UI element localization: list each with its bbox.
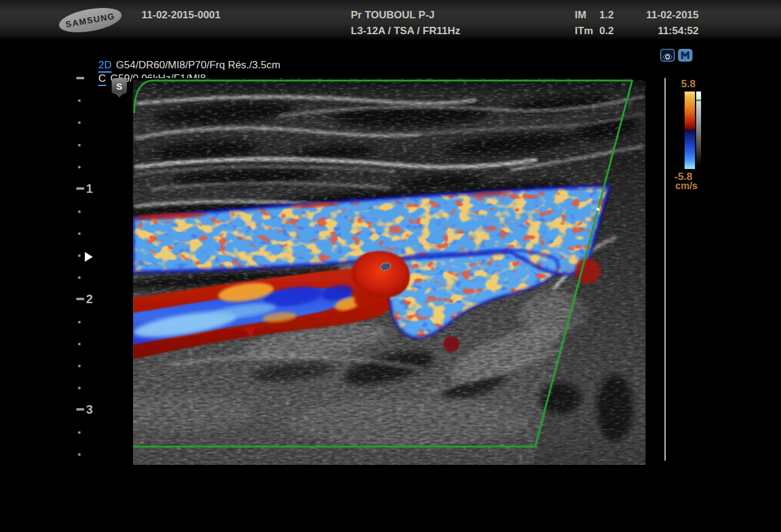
tim-value: 0.2 — [599, 25, 614, 37]
focus-indicator — [85, 252, 93, 262]
ruler-dot — [78, 166, 81, 168]
probe-icon[interactable] — [660, 49, 675, 62]
ruler-dot — [78, 276, 81, 279]
topbar: SAMSUNG 11-02-2015-0001 Pr TOUBOUL P-J L… — [0, 0, 781, 40]
gain-marker — [696, 99, 701, 101]
exam-time: 11:54:52 — [633, 25, 699, 37]
gray-gradient-bar — [696, 92, 701, 166]
quick-icons — [660, 49, 693, 62]
mode-color-label: C — [98, 73, 106, 86]
ruler-dot — [78, 232, 81, 235]
color-gradient-bar — [685, 92, 695, 169]
ruler-dash — [76, 77, 84, 79]
doppler-small-blob — [444, 336, 459, 352]
samsung-logo: SAMSUNG — [57, 4, 124, 37]
ruler-dot — [78, 343, 81, 345]
patient-id: 11-02-2015-0001 — [142, 9, 221, 21]
ultrasound-image — [133, 78, 646, 465]
velocity-max: 5.8 — [671, 78, 696, 90]
ultrasound-screen: SAMSUNG 11-02-2015-0001 Pr TOUBOUL P-J L… — [0, 0, 781, 532]
tim-label: ITm — [575, 25, 593, 37]
exam-date: 11-02-2015 — [633, 9, 699, 21]
depth-scale-line — [664, 78, 666, 461]
param-line-2d: 2DG54/DR60/MI8/P70/Frq Rés./3.5cm — [81, 47, 280, 60]
ruler-dot — [78, 254, 81, 257]
ruler-dot — [78, 321, 81, 323]
depth-label-3: 3 — [86, 403, 98, 416]
ruler-dot — [78, 210, 81, 213]
ruler-dot — [78, 121, 81, 124]
velocity-unit: cm/s — [672, 181, 700, 192]
ruler-dash — [76, 298, 84, 300]
thermal-index: ITm 0.2 — [575, 25, 614, 37]
mi-label: IM — [575, 9, 586, 21]
ruler-dot — [78, 431, 81, 434]
mi-value: 1.2 — [599, 9, 614, 21]
param-2d-settings: G54/DR60/MI8/P70/Frq Rés./3.5cm — [116, 59, 280, 71]
depth-label-1: 1 — [86, 182, 98, 195]
orientation-marker: S — [112, 78, 127, 94]
ruler-dot — [78, 99, 81, 102]
body-marker-icon[interactable] — [678, 49, 693, 62]
mode-parameters: 2DG54/DR60/MI8/P70/Frq Rés./3.5cm CG59/0… — [81, 47, 280, 74]
ruler-dash — [76, 408, 84, 411]
probe-exam-info: L3-12A / TSA / FR11Hz — [351, 25, 460, 37]
physician-name: Pr TOUBOUL P-J — [351, 9, 434, 21]
depth-label-2: 2 — [86, 292, 98, 306]
brand-text: SAMSUNG — [65, 11, 116, 29]
ruler-dash — [76, 187, 84, 190]
ruler-dot — [78, 144, 81, 146]
ruler-dot — [78, 365, 81, 367]
ruler-dot — [78, 453, 81, 456]
ruler-dot — [78, 387, 81, 389]
mode-2d-label: 2D — [98, 59, 112, 73]
mechanical-index: IM 1.2 — [575, 9, 614, 21]
